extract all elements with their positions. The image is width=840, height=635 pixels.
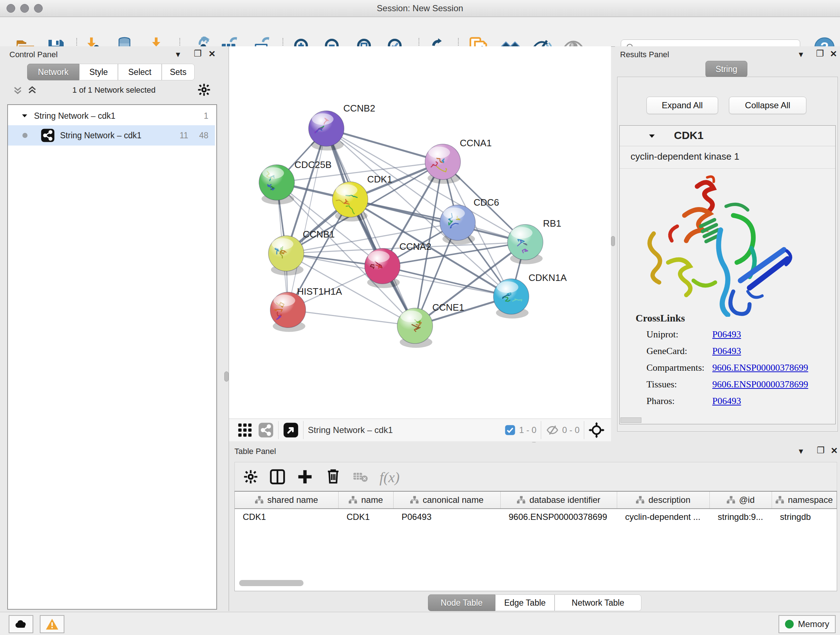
table-toolbar: f(x) (234, 462, 837, 492)
crosslink-label: Compartments: (646, 363, 704, 373)
crosslink-row: Pharos:P06493 (620, 394, 835, 410)
table-hscrollbar-thumb[interactable] (239, 580, 303, 586)
results-splitter-handle[interactable] (611, 236, 615, 246)
network-node-RB1[interactable]: RB1 (508, 218, 561, 264)
pan-crosshair-icon[interactable] (589, 422, 605, 438)
network-collection-row[interactable]: String Network – cdk1 1 (8, 106, 215, 125)
column-header-name[interactable]: name (339, 492, 393, 508)
memory-button[interactable]: Memory (778, 615, 836, 633)
collapse-entry-icon[interactable] (648, 132, 656, 140)
control-panel-tabs: NetworkStyleSelectSets (27, 64, 195, 80)
network-node-CDC6[interactable]: CDC6 (440, 197, 499, 245)
node-label-CCNB1: CCNB1 (303, 229, 335, 240)
tab-edge-table[interactable]: Edge Table (495, 594, 554, 611)
tab-select[interactable]: Select (118, 64, 162, 80)
show-columns-icon[interactable] (270, 469, 286, 485)
table-settings-gear-icon[interactable] (243, 470, 258, 484)
selected-checkbox-icon[interactable] (505, 424, 515, 435)
network-edge[interactable] (326, 128, 443, 162)
network-selection-status: 1 of 1 Network selected (47, 86, 181, 95)
column-header--id[interactable]: @id (710, 492, 772, 508)
table-header-row: shared namenamecanonical namedatabase id… (235, 492, 837, 509)
table-row[interactable]: CDK1CDK1P064939606.ENSP00000378699cyclin… (235, 509, 837, 525)
control-panel-menu-icon[interactable]: ▾ (176, 50, 180, 59)
collection-label: String Network – cdk1 (34, 111, 115, 121)
tab-sets[interactable]: Sets (162, 64, 195, 80)
memory-status-icon (785, 620, 794, 629)
grid-view-icon[interactable] (237, 422, 253, 438)
window-title: Session: New Session (0, 3, 840, 13)
table-cell: stringdb:9... (710, 512, 772, 522)
tab-node-table[interactable]: Node Table (428, 594, 495, 611)
network-node-CCNB2[interactable]: CCNB2 (309, 103, 375, 150)
crosslink-value[interactable]: P06493 (712, 396, 741, 407)
birds-eye-view-icon[interactable] (283, 422, 299, 438)
panel-splitter-handle[interactable] (224, 371, 229, 382)
tab-style[interactable]: Style (79, 64, 118, 80)
column-header-namespace[interactable]: namespace (772, 492, 837, 508)
hidden-items-icon (546, 423, 559, 437)
gene-description: cyclin-dependent kinase 1 (630, 151, 739, 162)
network-edge[interactable] (288, 128, 326, 310)
network-node-CDKN1A[interactable]: CDKN1A (493, 272, 567, 318)
tab-network[interactable]: Network (27, 64, 79, 80)
node-label-CCNA1: CCNA1 (460, 138, 492, 149)
create-column-icon[interactable] (297, 469, 313, 485)
network-node-CDK1[interactable]: CDK1 (332, 174, 392, 222)
column-header-canonical-name[interactable]: canonical name (393, 492, 501, 508)
table-cell: P06493 (393, 512, 501, 522)
network-row[interactable]: String Network – cdk1 11 48 (8, 125, 215, 146)
tree-expander-icon[interactable] (21, 112, 28, 119)
table-panel-float-icon[interactable]: ❐ (817, 446, 825, 455)
network-view-toolbar: String Network – cdk1 1 - 0 0 - 0 (229, 418, 611, 441)
delete-column-icon[interactable] (325, 468, 341, 484)
tab-network-table[interactable]: Network Table (554, 594, 641, 611)
control-panel-close-icon[interactable]: ✕ (208, 50, 216, 58)
network-edge[interactable] (288, 310, 415, 326)
crosslink-value[interactable]: P06493 (712, 346, 741, 356)
hidden-count: 0 - 0 (562, 425, 579, 435)
edge-count: 48 (199, 131, 208, 141)
table-cell: cyclin-dependent ... (617, 512, 710, 522)
crosslink-value[interactable]: 9606.ENSP00000378699 (712, 379, 808, 390)
crosslink-value[interactable]: 9606.ENSP00000378699 (712, 363, 808, 373)
collapse-all-tree-icon[interactable] (12, 85, 23, 96)
toolbar-divider (541, 421, 541, 439)
column-header-database-identifier[interactable]: database identifier (501, 492, 617, 508)
column-header-shared-name[interactable]: shared name (235, 492, 339, 508)
collection-count: 1 (204, 111, 208, 121)
cdk1-result-card: CDK1 cyclin-dependent kinase 1 CrossLink… (619, 125, 836, 424)
cloud-button[interactable] (9, 615, 33, 633)
table-panel-menu-icon[interactable]: ▾ (799, 447, 803, 455)
expand-all-button[interactable]: Expand All (646, 97, 718, 114)
node-label-RB1: RB1 (543, 218, 561, 229)
control-panel-title: Control Panel (9, 50, 57, 59)
network-node-HIST1H1A[interactable]: HIST1H1A (270, 286, 342, 332)
crosslink-label: GeneCard: (646, 346, 687, 356)
network-thumbnail-icon[interactable] (258, 422, 274, 438)
card-hscrollbar-thumb[interactable] (621, 417, 641, 423)
results-panel-float-icon[interactable]: ❐ (816, 49, 824, 58)
column-header-description[interactable]: description (617, 492, 710, 508)
network-tree: String Network – cdk1 1 String Network –… (7, 104, 217, 610)
expand-all-tree-icon[interactable] (27, 85, 38, 96)
gene-name: CDK1 (674, 129, 704, 141)
tab-string[interactable]: String (706, 61, 747, 78)
crosslink-value[interactable]: P06493 (712, 329, 741, 340)
results-panel-close-icon[interactable]: ✕ (830, 50, 837, 58)
table-panel-close-icon[interactable]: ✕ (831, 447, 838, 455)
table-tabs: Node TableEdge TableNetwork Table (428, 594, 641, 611)
network-canvas[interactable]: CCNB2CCNA1CDC25BCDK1CDC6RB1CCNB1CCNA2CDK… (229, 46, 611, 418)
string-app-icon (41, 128, 55, 143)
results-panel-menu-icon[interactable]: ▾ (799, 50, 803, 59)
network-options-gear-icon[interactable] (197, 83, 210, 96)
node-label-HIST1H1A: HIST1H1A (297, 286, 342, 297)
table-cell: CDK1 (235, 512, 339, 522)
result-card-header[interactable]: CDK1 (620, 126, 835, 146)
crosslink-label: Uniprot: (646, 329, 678, 340)
network-node-CCNA1[interactable]: CCNA1 (425, 138, 492, 184)
control-panel-float-icon[interactable]: ❐ (194, 49, 202, 58)
warning-button[interactable] (40, 615, 65, 633)
collapse-all-button[interactable]: Collapse All (729, 97, 806, 114)
protein-structure-image (643, 172, 802, 317)
